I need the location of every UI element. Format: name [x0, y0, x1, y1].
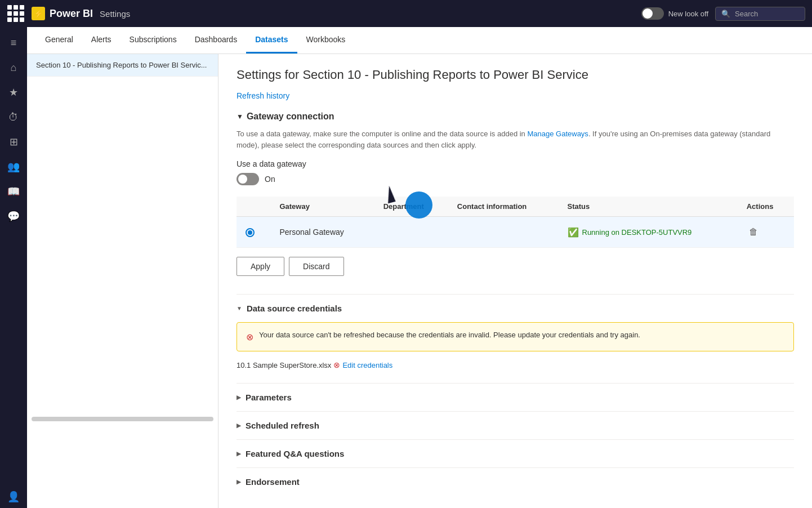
manage-gateways-link[interactable]: Manage Gateways	[527, 130, 588, 138]
sidebar: ≡ ⌂ ★ ⏱ ⊞ 👥 📖 💬 👤	[0, 27, 27, 508]
tab-bar: General Alerts Subscriptions Dashboards …	[27, 27, 812, 54]
file-name: 10.1 Sample SuperStore.xlsx	[237, 361, 331, 369]
scheduled-refresh-section: ▶ Scheduled refresh	[237, 411, 794, 439]
data-source-title: Data source credentials	[247, 304, 342, 313]
use-gateway-label: Use a data gateway	[237, 159, 794, 168]
row-department	[374, 217, 448, 248]
logo: ⚡ Power BI	[32, 7, 93, 20]
featured-qa-title: Featured Q&A questions	[246, 449, 344, 458]
gateway-toggle-row: On	[237, 173, 794, 185]
col-header-status: Status	[559, 197, 738, 217]
data-source-header[interactable]: ▼ Data source credentials	[237, 304, 794, 313]
row-status: ✅ Running on DESKTOP-5UTVVR9	[559, 217, 738, 248]
scheduled-refresh-chevron-icon: ▶	[237, 422, 241, 429]
new-look-label: New look off	[668, 10, 708, 18]
settings-title: Settings for Section 10 - Publishing Rep…	[237, 68, 794, 82]
sidebar-item-menu[interactable]: ≡	[2, 32, 25, 54]
warning-text: Your data source can't be refreshed beca…	[259, 329, 640, 341]
sidebar-item-workspaces[interactable]: 💬	[2, 205, 25, 228]
settings-panel: Settings for Section 10 - Publishing Rep…	[218, 54, 812, 508]
edit-credentials-link[interactable]: Edit credentials	[342, 361, 392, 369]
parameters-header[interactable]: ▶ Parameters	[237, 393, 794, 402]
col-header-actions: Actions	[738, 197, 794, 217]
new-look-toggle[interactable]: New look off	[641, 7, 708, 20]
radio-button[interactable]	[246, 228, 255, 237]
power-bi-logo-icon: ⚡	[32, 7, 45, 20]
scheduled-refresh-header[interactable]: ▶ Scheduled refresh	[237, 421, 794, 430]
endorsement-header[interactable]: ▶ Endorsement	[237, 477, 794, 487]
search-box[interactable]: 🔍	[715, 7, 805, 21]
status-running: ✅ Running on DESKTOP-5UTVVR9	[568, 227, 729, 238]
tab-workbooks[interactable]: Workbooks	[297, 27, 355, 54]
data-source-chevron-icon: ▼	[237, 305, 242, 311]
gateway-chevron-icon: ▼	[237, 113, 243, 121]
tab-datasets[interactable]: Datasets	[246, 27, 297, 54]
row-gateway-name: Personal Gateway	[270, 217, 374, 248]
inner-layout: Section 10 - Publishing Reports to Power…	[27, 54, 812, 508]
row-actions: 🗑	[738, 217, 794, 248]
gateway-description: To use a data gateway, make sure the com…	[237, 128, 794, 150]
gateway-connection-section: ▼ Gateway connection To use a data gatew…	[237, 112, 794, 276]
parameters-title: Parameters	[246, 393, 292, 402]
gateway-toggle-knob	[238, 175, 247, 184]
parameters-section: ▶ Parameters	[237, 383, 794, 411]
new-look-knob	[643, 8, 653, 19]
action-buttons: Apply Discard	[237, 257, 794, 276]
gateway-section-header[interactable]: ▼ Gateway connection	[237, 112, 794, 122]
sidebar-item-shared[interactable]: 👥	[2, 155, 25, 178]
tab-dashboards[interactable]: Dashboards	[186, 27, 247, 54]
tab-alerts[interactable]: Alerts	[82, 27, 121, 54]
table-row[interactable]: Personal Gateway ✅ Running on DESKTOP-5U…	[237, 217, 794, 248]
topbar: ⚡ Power BI Settings New look off 🔍	[0, 0, 812, 27]
sidebar-item-profile[interactable]: 👤	[2, 485, 25, 508]
new-look-switch[interactable]	[641, 7, 664, 20]
gateway-table: Gateway Department Contact information S…	[237, 197, 794, 248]
col-header-radio	[237, 197, 270, 217]
featured-qa-header[interactable]: ▶ Featured Q&A questions	[237, 449, 794, 458]
apply-button[interactable]: Apply	[237, 257, 284, 276]
col-header-gateway: Gateway	[270, 197, 374, 217]
warning-box: ⊗ Your data source can't be refreshed be…	[237, 322, 794, 351]
page-title: Settings	[100, 9, 130, 19]
delete-button[interactable]: 🗑	[747, 225, 760, 239]
search-input[interactable]	[735, 10, 799, 18]
warning-icon: ⊗	[246, 331, 253, 344]
sidebar-item-favorites[interactable]: ★	[2, 81, 25, 104]
gateway-section-title: Gateway connection	[247, 112, 334, 122]
main-layout: ≡ ⌂ ★ ⏱ ⊞ 👥 📖 💬 👤 General Alerts Subscri…	[0, 27, 812, 508]
sidebar-item-apps[interactable]: ⊞	[2, 131, 25, 153]
parameters-chevron-icon: ▶	[237, 394, 241, 400]
apps-grid-icon[interactable]	[7, 5, 25, 23]
col-header-contact: Contact information	[448, 197, 559, 217]
data-source-section: ▼ Data source credentials ⊗ Your data so…	[237, 294, 794, 383]
search-icon: 🔍	[721, 10, 730, 18]
col-header-department: Department	[374, 197, 448, 217]
dataset-scrollbar[interactable]	[32, 417, 213, 421]
dataset-panel: Section 10 - Publishing Reports to Power…	[27, 54, 218, 508]
content-area: General Alerts Subscriptions Dashboards …	[27, 27, 812, 508]
sidebar-item-home[interactable]: ⌂	[2, 56, 25, 79]
featured-qa-chevron-icon: ▶	[237, 451, 241, 457]
sidebar-item-learn[interactable]: 📖	[2, 180, 25, 203]
tab-subscriptions[interactable]: Subscriptions	[121, 27, 186, 54]
running-icon: ✅	[568, 227, 579, 238]
refresh-history-link[interactable]: Refresh history	[237, 91, 289, 100]
featured-qa-section: ▶ Featured Q&A questions	[237, 439, 794, 467]
gateway-toggle[interactable]	[237, 173, 259, 185]
endorsement-chevron-icon: ▶	[237, 479, 241, 485]
scheduled-refresh-title: Scheduled refresh	[246, 421, 319, 430]
endorsement-section: ▶ Endorsement	[237, 467, 794, 496]
discard-button[interactable]: Discard	[289, 257, 343, 276]
row-radio[interactable]	[237, 217, 270, 248]
error-icon: ⊗	[333, 360, 340, 369]
gateway-toggle-label: On	[265, 175, 275, 184]
endorsement-title: Endorsement	[246, 477, 300, 487]
logo-text: Power BI	[50, 8, 93, 20]
sidebar-item-recent[interactable]: ⏱	[2, 106, 25, 128]
dataset-item[interactable]: Section 10 - Publishing Reports to Power…	[27, 54, 218, 77]
row-contact	[448, 217, 559, 248]
credentials-row: 10.1 Sample SuperStore.xlsx ⊗ Edit crede…	[237, 360, 794, 369]
tab-general[interactable]: General	[36, 27, 82, 54]
data-source-content: ⊗ Your data source can't be refreshed be…	[237, 322, 794, 369]
